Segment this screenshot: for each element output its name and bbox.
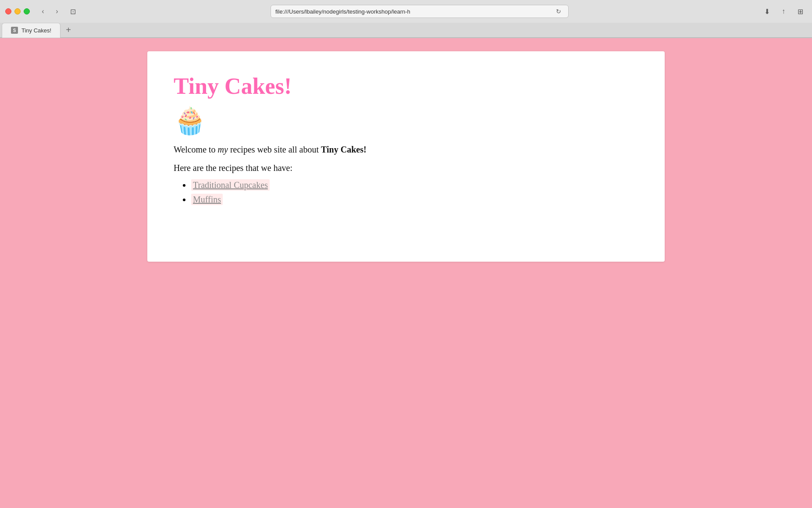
welcome-prefix: Welcome to	[174, 145, 218, 154]
content-card: Tiny Cakes! 🧁 Welcome to my recipes web …	[147, 51, 665, 262]
download-button[interactable]: ⬇	[760, 5, 773, 18]
cupcake-emoji: 🧁	[174, 108, 638, 134]
welcome-suffix: recipes web site all about	[228, 145, 321, 154]
maximize-button[interactable]	[24, 8, 30, 14]
reload-button[interactable]: ↻	[553, 6, 564, 17]
new-tab-button[interactable]: +	[62, 24, 75, 36]
welcome-paragraph: Welcome to my recipes web site all about…	[174, 143, 638, 156]
close-button[interactable]	[5, 8, 11, 14]
welcome-bold: Tiny Cakes!	[321, 145, 367, 154]
page-background: Tiny Cakes! 🧁 Welcome to my recipes web …	[0, 38, 812, 508]
toolbar-icons: ⬇ ↑ ⊞	[760, 5, 807, 18]
welcome-italic: my	[218, 145, 228, 154]
address-text: file:///Users/lbailey/nodegirls/testing-…	[275, 8, 551, 15]
sidebar-toggle-button[interactable]: ⊡	[67, 5, 79, 18]
muffins-link[interactable]: Muffins	[191, 194, 223, 205]
forward-button[interactable]: ›	[51, 5, 63, 18]
active-tab[interactable]: S Tiny Cakes!	[2, 23, 61, 38]
list-item: Muffins	[191, 195, 638, 205]
traffic-lights	[5, 8, 30, 14]
browser-chrome: ‹ › ⊡ file:///Users/lbailey/nodegirls/te…	[0, 0, 812, 38]
back-button[interactable]: ‹	[37, 5, 49, 18]
page-title: Tiny Cakes!	[174, 73, 638, 99]
traditional-cupcakes-link[interactable]: Traditional Cupcakes	[191, 179, 270, 191]
tab-title: Tiny Cakes!	[21, 27, 51, 34]
nav-buttons: ‹ ›	[37, 5, 63, 18]
recipes-list: Traditional Cupcakes Muffins	[174, 180, 638, 205]
minimize-button[interactable]	[14, 8, 21, 14]
title-bar: ‹ › ⊡ file:///Users/lbailey/nodegirls/te…	[0, 0, 812, 23]
share-button[interactable]: ↑	[777, 5, 790, 18]
address-bar[interactable]: file:///Users/lbailey/nodegirls/testing-…	[271, 5, 569, 18]
address-bar-container: file:///Users/lbailey/nodegirls/testing-…	[82, 5, 757, 18]
list-item: Traditional Cupcakes	[191, 180, 638, 190]
recipes-intro: Here are the recipes that we have:	[174, 163, 638, 173]
fullscreen-button[interactable]: ⊞	[794, 5, 807, 18]
tab-favicon: S	[11, 27, 18, 34]
tab-bar: S Tiny Cakes! +	[0, 23, 812, 38]
